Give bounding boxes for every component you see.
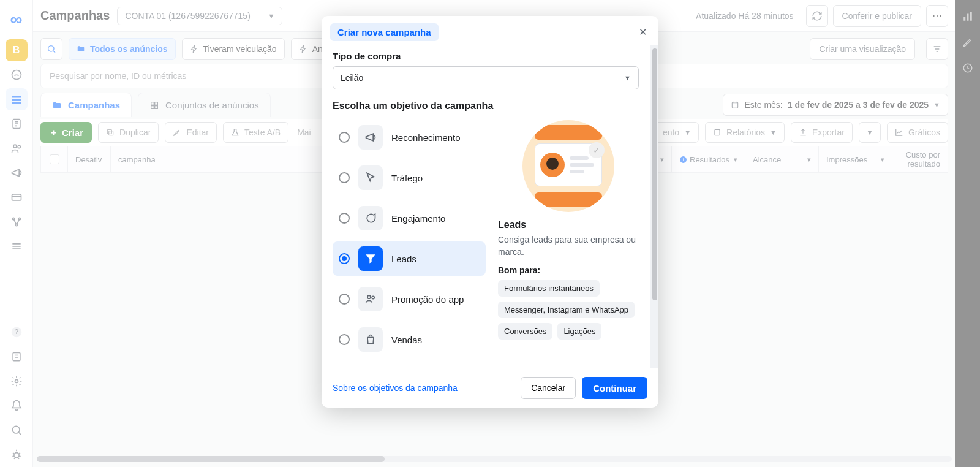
- objective-sales-label: Vendas: [391, 335, 422, 345]
- pill-conversions: Conversões: [498, 323, 552, 340]
- chevron-down-icon: ▼: [624, 74, 631, 82]
- close-icon[interactable]: ✕: [635, 25, 650, 40]
- bag-icon: [358, 327, 383, 352]
- buy-type-select[interactable]: Leilão ▼: [333, 66, 639, 89]
- continue-button[interactable]: Continuar: [582, 377, 647, 399]
- objective-traffic[interactable]: Tráfego: [333, 161, 486, 195]
- radio-icon: [339, 253, 350, 264]
- pill-instant-forms: Formulários instantâneos: [498, 280, 600, 297]
- megaphone-icon: [358, 125, 383, 150]
- objective-illustration: ✓: [522, 120, 614, 212]
- objective-sales[interactable]: Vendas: [333, 322, 486, 357]
- radio-icon: [339, 334, 350, 345]
- radio-icon: [339, 132, 350, 143]
- svg-point-32: [368, 295, 371, 298]
- objective-engagement-label: Engajamento: [391, 213, 445, 224]
- chat-icon: [358, 206, 383, 230]
- objective-leads[interactable]: Leads: [333, 241, 486, 276]
- objective-awareness-label: Reconhecimento: [391, 132, 461, 143]
- objective-section-title: Escolha um objetivo da campanha: [333, 101, 639, 112]
- checkmark-icon: ✓: [589, 142, 605, 158]
- objective-engagement[interactable]: Engajamento: [333, 201, 486, 235]
- radio-icon: [339, 294, 350, 305]
- radio-icon: [339, 213, 350, 224]
- detail-subtitle: Consiga leads para sua empresa ou marca.: [498, 234, 639, 258]
- objective-awareness[interactable]: Reconhecimento: [333, 120, 486, 154]
- people-icon: [358, 287, 383, 311]
- buy-type-value: Leilão: [341, 73, 363, 83]
- modal-title: Criar nova campanha: [330, 23, 439, 41]
- pill-messaging: Messenger, Instagram e WhatsApp: [498, 302, 635, 318]
- good-for-label: Bom para:: [498, 265, 639, 275]
- cancel-button[interactable]: Cancelar: [521, 377, 576, 399]
- modal-scrollbar[interactable]: [650, 45, 658, 368]
- about-objectives-link[interactable]: Sobre os objetivos da campanha: [333, 383, 458, 393]
- radio-icon: [339, 172, 350, 183]
- pill-calls: Ligações: [557, 323, 601, 340]
- objective-app-promo-label: Promoção do app: [391, 294, 464, 305]
- funnel-icon: [358, 246, 383, 271]
- objective-app-promo[interactable]: Promoção do app: [333, 282, 486, 316]
- create-campaign-modal: Criar nova campanha ✕ Tipo de compra Lei…: [322, 16, 658, 408]
- cursor-icon: [358, 165, 383, 190]
- buy-type-label: Tipo de compra: [333, 51, 639, 61]
- svg-point-33: [372, 296, 374, 298]
- objective-leads-label: Leads: [391, 254, 417, 264]
- objective-traffic-label: Tráfego: [391, 173, 423, 183]
- detail-title: Leads: [498, 219, 639, 230]
